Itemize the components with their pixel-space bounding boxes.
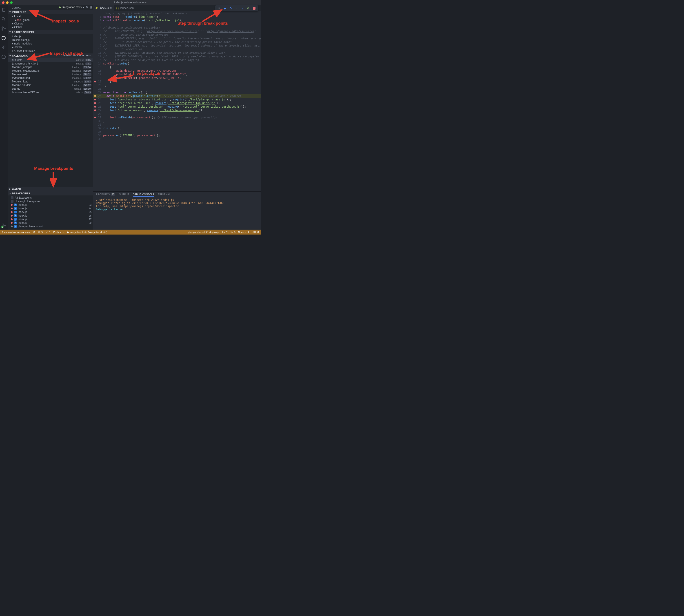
step-into-button[interactable]: ↓ — [235, 6, 239, 10]
stop-button[interactable] — [252, 6, 256, 10]
breakpoint-icon[interactable] — [94, 98, 96, 101]
checkbox-icon[interactable]: ✓ — [14, 211, 17, 214]
breakpoint-icon[interactable] — [94, 109, 96, 111]
bp-all-exceptions[interactable]: All Exceptions — [8, 196, 93, 199]
breakpoint-item[interactable]: ✓ index.js 26 — [8, 214, 93, 218]
code-line[interactable]: 4// Expecting environment variables: — [93, 26, 261, 29]
code-line[interactable]: 33 — [93, 130, 261, 134]
call-stack-frame[interactable]: Module._compileloader.js686:14 — [8, 65, 93, 69]
checkbox-icon[interactable] — [11, 196, 14, 199]
errors-status[interactable]: ⊘ 24 — [38, 231, 43, 234]
code-line[interactable]: 29 test.onFinish(process.exit); // SDK m… — [93, 116, 261, 119]
code-line[interactable]: 8// in docker-ecosystem). The prefix for… — [93, 40, 261, 44]
panel-tab-output[interactable]: OUTPUT — [119, 193, 129, 197]
checkbox-icon[interactable]: ✓ — [14, 225, 17, 228]
panel-tab-terminal[interactable]: TERMINAL — [158, 193, 171, 197]
code-line[interactable]: 6// base URL for hitting services — [93, 33, 261, 37]
code-line[interactable]: 22async function runTests() { — [93, 90, 261, 94]
code-editor[interactable]: 1const test = require('blue-tape');2cons… — [93, 15, 261, 192]
call-stack-frame[interactable]: (anonymous function)index.js32:1 — [8, 62, 93, 65]
loaded-script-item[interactable]: index.js — [8, 35, 93, 38]
breakpoint-item[interactable]: ✓ index.js 25 — [8, 210, 93, 214]
warnings-status[interactable]: ⚠ 1 — [46, 231, 50, 234]
call-stack-frame[interactable]: Module.loadloader.js599:32 — [8, 72, 93, 76]
editor-tab[interactable]: { }launch.json — [114, 5, 136, 11]
code-line[interactable]: 21 — [93, 87, 261, 90]
code-line[interactable]: 19 } — [93, 80, 261, 83]
breakpoint-item[interactable]: ✓ index.js 24 — [8, 207, 93, 210]
code-line[interactable]: 1const test = require('blue-tape'); — [93, 15, 261, 19]
call-stack-section[interactable]: ▾CALL STACK PAUSED ON BREAKPOINT — [8, 53, 93, 58]
code-line[interactable]: 9// ENTERPRISE_USER, e.g. test@rival-tes… — [93, 44, 261, 47]
code-line[interactable]: 24 test('purchase an advance fixed plan'… — [93, 98, 261, 101]
drag-handle-icon[interactable]: ⠿ — [217, 6, 221, 10]
call-stack-frame[interactable]: Module.runMainloader.js742:12 — [8, 83, 93, 87]
call-stack-frame[interactable]: tryModuleLoadloader.js538:12 — [8, 76, 93, 80]
breakpoint-icon[interactable] — [94, 106, 96, 108]
code-line[interactable]: 14sdkClient.setup( — [93, 62, 261, 65]
code-line[interactable]: 5// API_ENDPOINT, e.g. `https://api.dev2… — [93, 29, 261, 33]
checkbox-icon[interactable] — [11, 200, 14, 203]
code-line[interactable]: 26 test('self-serve ticket purchase', re… — [93, 105, 261, 109]
code-line[interactable]: 11// ENTERPRISE_USER_PASSWORD, the passw… — [93, 51, 261, 54]
debug-settings-icon[interactable]: ⚙ — [86, 6, 88, 9]
panel-tab-problems[interactable]: PROBLEMS25 — [96, 193, 115, 197]
continue-button[interactable]: ▶ — [223, 6, 227, 10]
breakpoint-item[interactable]: ✓ index.js 29 — [8, 221, 93, 225]
breakpoint-item[interactable]: ✓ index.js 27 — [8, 218, 93, 221]
code-line[interactable]: 34process.on('SIGINT', process.exit); — [93, 134, 261, 137]
loaded-script-item[interactable]: ▸ <eval> — [8, 45, 93, 49]
checkbox-icon[interactable]: ✓ — [14, 218, 17, 221]
explorer-icon[interactable] — [1, 7, 6, 13]
variable-this[interactable]: ▸ this: global — [8, 18, 93, 22]
code-line[interactable]: 13// [VERBOSE] set to anything to turn o… — [93, 58, 261, 62]
checkbox-icon[interactable]: ✓ — [14, 203, 17, 206]
panel-tab-debug-console[interactable]: DEBUG CONSOLE — [133, 193, 154, 197]
call-stack-frame[interactable]: Module._loadloader.js530:3 — [8, 80, 93, 83]
prettier-status[interactable]: Prettier: ... — [53, 231, 65, 234]
code-line[interactable]: 16 apiEndpoint: process.env.API_ENDPOINT… — [93, 69, 261, 72]
checkbox-icon[interactable]: ✓ — [14, 214, 17, 217]
code-line[interactable]: 28 — [93, 112, 261, 116]
code-line[interactable]: 12// [PUBSUB_ENDPOINT], e.g. `ws://mqtt:… — [93, 54, 261, 58]
call-stack-frame[interactable]: runTestsindex.js23:5 — [8, 58, 93, 62]
restart-button[interactable]: ⟳ — [246, 6, 250, 10]
code-line[interactable]: 15 { — [93, 65, 261, 69]
bp-uncaught-exceptions[interactable]: Uncaught Exceptions — [8, 199, 93, 203]
code-line[interactable]: 10// to operate as — [93, 47, 261, 51]
code-line[interactable]: 2const sdkClient = require('./lib/sdk-cl… — [93, 19, 261, 22]
breakpoint-item[interactable]: ✓ plan-purchase.js test — [8, 225, 93, 228]
variables-local-group[interactable]: ▾ Local — [8, 15, 93, 18]
code-line[interactable]: 32runTests(); — [93, 127, 261, 130]
minimize-window-button[interactable] — [6, 1, 8, 4]
variables-global-group[interactable]: ▸ Global — [8, 25, 93, 29]
call-stack-frame[interactable]: bootstrapNodeJSCorenode.js560:3 — [8, 90, 93, 94]
breakpoint-icon[interactable] — [94, 116, 96, 118]
step-out-button[interactable]: ↑ — [240, 6, 244, 10]
breakpoint-icon[interactable] — [94, 102, 96, 104]
launch-status[interactable]: ▶ Integration tests (integration-tests) — [67, 231, 107, 234]
sync-status[interactable]: ⟳ — [33, 231, 35, 234]
start-debug-button[interactable]: ▶ — [59, 6, 61, 9]
breakpoint-item[interactable]: ✓ index.js 23 — [8, 203, 93, 207]
search-icon[interactable] — [1, 17, 6, 22]
code-line[interactable]: 7// PUBSUB_PREFIX, e.g. `dev3` or `int` … — [93, 37, 261, 40]
watch-section[interactable]: ▸WATCH — [8, 187, 93, 191]
git-branch-status[interactable]: ᛘ evan.advance-plan-sale — [2, 231, 30, 234]
scm-icon[interactable] — [1, 26, 6, 31]
config-caret-icon[interactable]: ▾ — [83, 6, 84, 9]
debug-console-toggle-icon[interactable]: ▤ — [89, 6, 92, 9]
loaded-script-item[interactable]: ▸ <node_internals> — [8, 49, 93, 52]
debug-config-dropdown[interactable]: Integration tests — [63, 6, 82, 9]
step-over-button[interactable]: ↷ — [229, 6, 233, 10]
call-stack-frame[interactable]: Module._extensions..jsloader.js700:10 — [8, 69, 93, 72]
extensions-icon[interactable] — [1, 45, 6, 50]
breakpoint-icon[interactable] — [94, 81, 96, 83]
editor-tab[interactable]: JSindex.js× — [93, 5, 114, 11]
code-line[interactable]: 17 pubsubEndpoint: process.env.PUBSUB_EN… — [93, 72, 261, 76]
debug-icon[interactable] — [1, 36, 6, 41]
code-line[interactable]: 30} — [93, 119, 261, 123]
encoding-status[interactable]: UTF-8 — [252, 231, 259, 234]
code-line[interactable]: 31 — [93, 123, 261, 127]
docker-icon[interactable] — [1, 54, 6, 60]
